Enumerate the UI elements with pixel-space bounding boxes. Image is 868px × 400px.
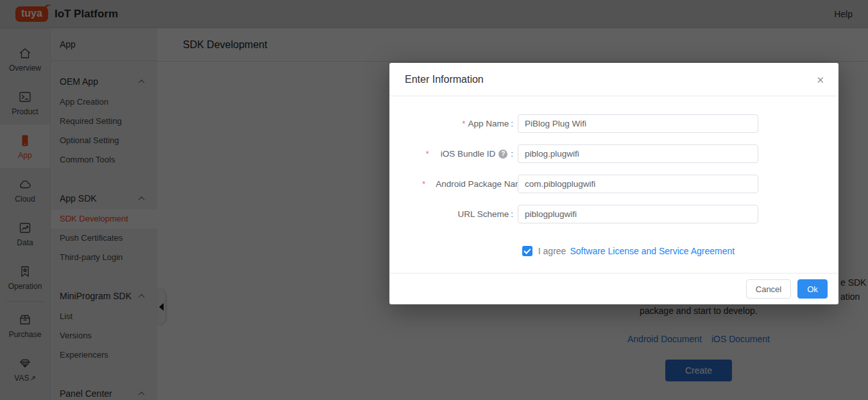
required-mark: *: [422, 179, 425, 189]
tuya-iot-platform-page: tuya IoT Platform Help Overview Product: [0, 0, 868, 400]
help-icon[interactable]: ?: [498, 150, 507, 159]
form-row-android-package-name: * Android Package Name: [389, 175, 838, 193]
cancel-button[interactable]: Cancel: [746, 279, 791, 299]
license-agreement-link[interactable]: Software License and Service Agreement: [570, 246, 735, 256]
field-label: URL Scheme:: [389, 209, 518, 219]
android-package-name-input[interactable]: [518, 175, 758, 193]
agreement-checkbox[interactable]: [522, 246, 532, 256]
ios-bundle-id-input[interactable]: [518, 144, 758, 163]
enter-information-modal: Enter Information ✕ * App Name: * iOS Bu…: [389, 63, 838, 304]
close-icon[interactable]: ✕: [816, 74, 824, 84]
required-mark: *: [462, 119, 465, 128]
form-row-url-scheme: URL Scheme:: [389, 205, 838, 223]
modal-footer: Cancel Ok: [389, 273, 838, 304]
form-row-app-name: * App Name:: [389, 114, 838, 133]
field-label: * Android Package Name: [389, 179, 518, 189]
field-label: * App Name:: [389, 119, 518, 128]
modal-header: Enter Information ✕: [389, 63, 838, 96]
field-label: * iOS Bundle ID ? :: [389, 149, 518, 159]
url-scheme-input[interactable]: [518, 205, 758, 223]
modal-title: Enter Information: [405, 74, 484, 85]
label-colon: :: [511, 209, 513, 219]
form-row-ios-bundle-id: * iOS Bundle ID ? :: [389, 144, 838, 163]
app-name-input[interactable]: [518, 114, 758, 133]
label-colon: :: [511, 119, 513, 128]
agreement-row: I agree Software License and Service Agr…: [389, 246, 838, 256]
ok-button[interactable]: Ok: [797, 279, 828, 299]
required-mark: *: [425, 149, 429, 159]
modal-body: * App Name: * iOS Bundle ID ? : * Androi…: [389, 96, 838, 256]
label-colon: :: [511, 149, 513, 159]
agreement-text: I agree: [538, 246, 566, 256]
